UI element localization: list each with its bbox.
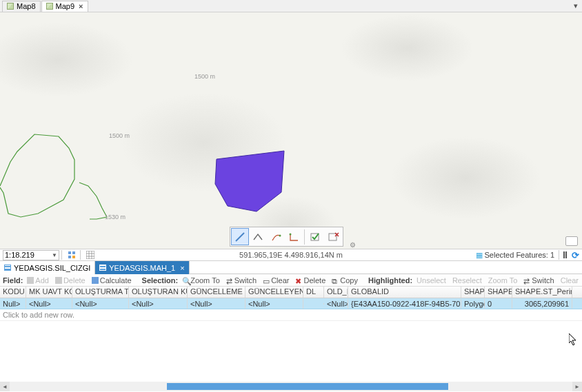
selected-polygon[interactable]	[214, 149, 290, 216]
table-icon	[4, 265, 11, 271]
table-tab-0[interactable]: YEDASGIS.SIL_CIZGI	[0, 261, 95, 274]
reselect-button: Reselect	[450, 276, 484, 285]
field-label: Field:	[3, 276, 23, 285]
svg-rect-8	[86, 251, 94, 259]
svg-point-1	[290, 233, 292, 235]
contour-label: 1500 m	[109, 132, 130, 139]
column-header[interactable]: SHAPE.0	[485, 287, 512, 298]
selection-label: Selection:	[142, 276, 179, 285]
map-scale-combo[interactable]: 1:18.219 ▼	[3, 250, 59, 260]
calculate-button[interactable]: Calculate	[90, 276, 134, 285]
close-icon[interactable]: ×	[180, 264, 184, 272]
unselect-button: Unselect	[414, 276, 448, 285]
column-header[interactable]: KODU	[0, 287, 26, 298]
switch-highlighted-button[interactable]: ⇄Switch	[521, 276, 556, 285]
highlighted-label: Highlighted:	[368, 276, 412, 285]
map-tab-1[interactable]: Map9 ×	[41, 1, 88, 12]
column-header[interactable]: GÜNCELLEYEN KULL	[245, 287, 303, 298]
tab-label: Map8	[17, 2, 36, 10]
column-header[interactable]: SHAPE.ST_Perimeter()	[512, 287, 572, 298]
attribute-table: KODU MK UAVT KODU OLUŞTURMA TARIHI OLUŞT…	[0, 287, 582, 391]
trace-tool[interactable]	[249, 228, 267, 245]
map-tab-0[interactable]: Map8	[2, 1, 41, 12]
table-row[interactable]: Null> <Null> <Null> <Null> <Null> <Null>…	[0, 298, 582, 309]
pause-drawing-button[interactable]	[563, 251, 567, 258]
svg-rect-6	[68, 256, 71, 258]
scale-value: 1:18.219	[5, 251, 34, 259]
app-tab-bar: Map8 Map9 × ▾	[0, 0, 582, 12]
scroll-left-button[interactable]: ◄	[0, 382, 10, 391]
contour-label: 1500 m	[194, 73, 215, 80]
right-angle-tool[interactable]	[285, 228, 303, 245]
svg-rect-7	[72, 256, 75, 258]
zoom-to-button[interactable]: 🔍Zoom To	[180, 276, 222, 285]
switch-button[interactable]: ⇄Switch	[224, 276, 259, 285]
scroll-right-button[interactable]: ►	[572, 382, 582, 391]
zoom-to-highlighted-button: Zoom To	[486, 276, 520, 285]
bookmark-button[interactable]	[66, 250, 78, 260]
scroll-track[interactable]	[10, 382, 572, 391]
toolbar-options-icon[interactable]: ⚙	[350, 241, 356, 249]
table-icon	[99, 265, 106, 271]
contour-label: 1530 m	[105, 214, 126, 220]
finish-tool[interactable]	[306, 228, 324, 245]
add-field-button[interactable]: Add	[25, 276, 51, 285]
coordinate-readout: 591.965,19E 4.498.916,14N m	[239, 251, 343, 259]
table-tab-1[interactable]: YEDASGIS.MAH_1 ×	[95, 261, 189, 274]
copy-button[interactable]: ⧉Copy	[330, 276, 360, 285]
horizontal-scrollbar[interactable]: ◄ ►	[0, 382, 582, 391]
snapping-icon[interactable]	[565, 236, 578, 246]
selected-features-label: Selected Features:	[485, 251, 548, 259]
delete-button[interactable]: ✖Delete	[293, 276, 328, 285]
add-row-prompt[interactable]: Click to add new row.	[0, 309, 582, 321]
column-header[interactable]: OLUŞTURMA TARIHI	[72, 287, 129, 298]
svg-rect-5	[72, 251, 75, 254]
cancel-tool[interactable]	[324, 228, 342, 245]
svg-rect-4	[68, 251, 71, 254]
arc-tool[interactable]	[267, 228, 285, 245]
svg-rect-3	[329, 234, 337, 240]
refresh-button[interactable]: ⟳	[572, 250, 579, 260]
column-header[interactable]: GÜNCELLEME TARIHI	[188, 287, 245, 298]
clear-button[interactable]: ▭Clear	[261, 276, 291, 285]
selection-icon: ▦	[476, 251, 483, 260]
column-header[interactable]: MK UAVT KODU	[26, 287, 72, 298]
line-tool[interactable]	[231, 228, 249, 245]
grid-button[interactable]	[84, 250, 97, 260]
column-header[interactable]: OLUŞTURAN KULLAN	[129, 287, 188, 298]
column-header[interactable]: OLD_ID	[324, 287, 348, 298]
chevron-down-icon: ▼	[52, 252, 57, 258]
map-icon	[46, 3, 53, 10]
tab-menu-dropdown[interactable]: ▾	[574, 1, 578, 10]
tab-label: Map9	[56, 2, 75, 10]
scroll-thumb[interactable]	[167, 383, 448, 390]
column-header[interactable]: DL	[303, 287, 324, 298]
clear-highlighted-button: Clear	[559, 276, 581, 285]
map-canvas[interactable]: 1500 m 1500 m 1530 m ⚙	[0, 12, 582, 249]
table-header-row: KODU MK UAVT KODU OLUŞTURMA TARIHI OLUŞT…	[0, 287, 582, 298]
map-icon	[7, 3, 14, 10]
sketch-toolbar	[230, 227, 343, 247]
selected-features-count: 1	[550, 251, 554, 259]
svg-point-0	[279, 234, 281, 236]
column-header[interactable]: GLOBALID	[348, 287, 461, 298]
tab-label: YEDASGIS.SIL_CIZGI	[14, 264, 90, 272]
tab-label: YEDASGIS.MAH_1	[109, 264, 175, 272]
attribute-toolbar: Field: Add Delete Calculate Selection: 🔍…	[0, 274, 582, 287]
status-bar: 1:18.219 ▼ 591.965,19E 4.498.916,14N m ▦…	[0, 249, 582, 261]
attribute-table-tabs: YEDASGIS.SIL_CIZGI YEDASGIS.MAH_1 ×	[0, 261, 582, 274]
close-icon[interactable]: ×	[79, 2, 83, 10]
delete-field-button[interactable]: Delete	[53, 276, 88, 285]
column-header[interactable]: SHAPE	[461, 287, 485, 298]
